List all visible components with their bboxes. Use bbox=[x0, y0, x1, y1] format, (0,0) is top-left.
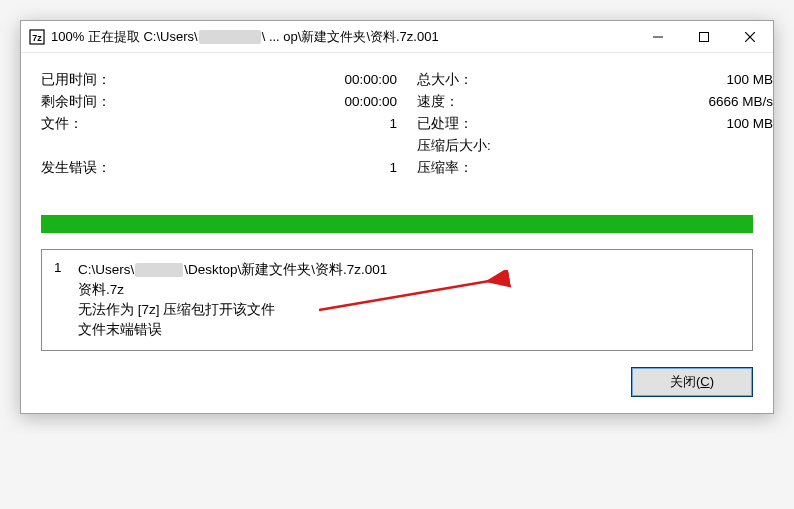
maximize-button[interactable] bbox=[681, 21, 727, 53]
button-row: 关闭(C) bbox=[41, 367, 753, 397]
svg-text:7z: 7z bbox=[32, 33, 42, 43]
remaining-value: 00:00:00 bbox=[344, 91, 397, 113]
speed-value: 6666 MB/s bbox=[708, 91, 773, 113]
titlebar: 7z 100% 正在提取 C:\Users\\ ... op\新建文件夹\资料.… bbox=[21, 21, 773, 53]
close-accel: C bbox=[700, 374, 709, 389]
elapsed-value: 00:00:00 bbox=[344, 69, 397, 91]
minimize-button[interactable] bbox=[635, 21, 681, 53]
title-controls bbox=[635, 21, 773, 53]
error-path-suffix: \Desktop\新建文件夹\资料.7z.001 bbox=[184, 262, 387, 277]
progress-bar bbox=[41, 215, 753, 233]
title-text-prefix: 100% 正在提取 C:\Users\ bbox=[51, 29, 198, 44]
ratio-label: 压缩率： bbox=[417, 157, 708, 179]
close-label-pre: 关闭( bbox=[670, 374, 700, 389]
progress-bar-container bbox=[41, 215, 753, 233]
spacer bbox=[41, 135, 344, 157]
svg-rect-3 bbox=[700, 32, 709, 41]
error-index: 1 bbox=[54, 260, 64, 340]
redacted-smudge bbox=[135, 263, 183, 277]
error-msg2: 文件末端错误 bbox=[78, 320, 740, 340]
window-title: 100% 正在提取 C:\Users\\ ... op\新建文件夹\资料.7z.… bbox=[51, 28, 635, 46]
speed-label: 速度： bbox=[417, 91, 708, 113]
processed-label: 已处理： bbox=[417, 113, 708, 135]
stats-panel: 已用时间： 剩余时间： 文件： 发生错误： 00:00:00 00:00:00 … bbox=[41, 69, 753, 179]
remaining-label: 剩余时间： bbox=[41, 91, 344, 113]
processed-value: 100 MB bbox=[708, 113, 773, 135]
errors-value: 1 bbox=[344, 157, 397, 179]
stats-left-col: 已用时间： 剩余时间： 文件： 发生错误： 00:00:00 00:00:00 … bbox=[41, 69, 397, 179]
close-window-button[interactable] bbox=[727, 21, 773, 53]
totalsize-value: 100 MB bbox=[708, 69, 773, 91]
packed-label: 压缩后大小: bbox=[417, 135, 708, 157]
files-label: 文件： bbox=[41, 113, 344, 135]
close-button[interactable]: 关闭(C) bbox=[631, 367, 753, 397]
error-file: 资料.7z bbox=[78, 280, 740, 300]
elapsed-label: 已用时间： bbox=[41, 69, 344, 91]
stats-right-col: 总大小： 速度： 已处理： 压缩后大小: 压缩率： 100 MB 6666 MB… bbox=[417, 69, 773, 179]
error-path-prefix: C:\Users\ bbox=[78, 262, 134, 277]
packed-value bbox=[708, 135, 773, 157]
files-value: 1 bbox=[344, 113, 397, 135]
close-label-post: ) bbox=[710, 374, 714, 389]
client-area: 已用时间： 剩余时间： 文件： 发生错误： 00:00:00 00:00:00 … bbox=[21, 53, 773, 413]
error-list: 1 C:\Users\\Desktop\新建文件夹\资料.7z.001 资料.7… bbox=[41, 249, 753, 351]
redacted-smudge bbox=[199, 30, 261, 44]
error-msg1: 无法作为 [7z] 压缩包打开该文件 bbox=[78, 300, 740, 320]
app-icon: 7z bbox=[29, 29, 45, 45]
ratio-value bbox=[708, 157, 773, 179]
error-body: C:\Users\\Desktop\新建文件夹\资料.7z.001 资料.7z … bbox=[78, 260, 740, 340]
errors-label: 发生错误： bbox=[41, 157, 344, 179]
error-path: C:\Users\\Desktop\新建文件夹\资料.7z.001 bbox=[78, 260, 740, 280]
dialog-window: 7z 100% 正在提取 C:\Users\\ ... op\新建文件夹\资料.… bbox=[20, 20, 774, 414]
title-text-suffix: \ ... op\新建文件夹\资料.7z.001 bbox=[262, 29, 439, 44]
spacer bbox=[344, 135, 397, 157]
totalsize-label: 总大小： bbox=[417, 69, 708, 91]
